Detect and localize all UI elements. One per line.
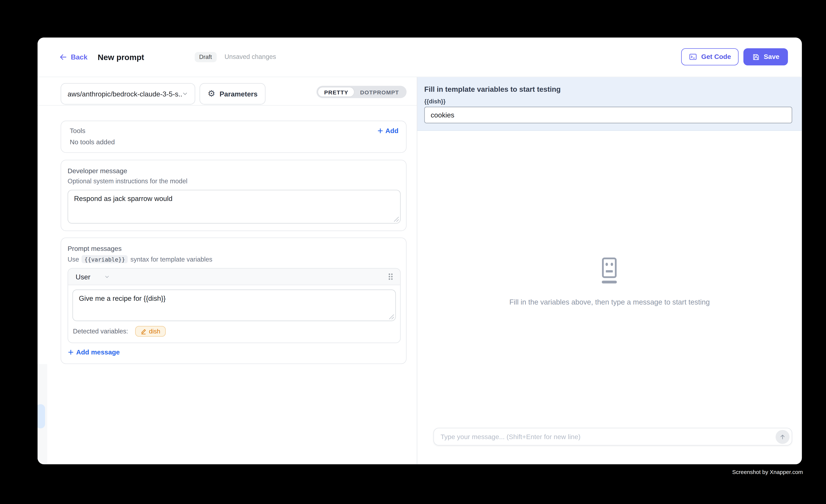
back-label: Back <box>71 53 87 61</box>
page-title: New prompt <box>98 52 144 62</box>
prompt-subtitle-prefix: Use <box>68 255 79 263</box>
variable-badge-label: dish <box>149 328 160 334</box>
template-variables-section: Fill in template variables to start test… <box>417 77 802 131</box>
add-tool-button[interactable]: Add <box>377 127 398 134</box>
gear-icon: ⚙ <box>208 89 215 98</box>
chat-input-bar <box>417 428 802 464</box>
parameters-label: Parameters <box>220 90 257 98</box>
tools-card: Tools Add No tools added <box>61 121 407 153</box>
plus-icon <box>377 128 383 134</box>
developer-message-textarea[interactable]: Respond as jack sparrow would <box>68 190 401 224</box>
variable-key-label: {{dish}} <box>424 98 792 104</box>
toggle-pretty[interactable]: PRETTY <box>318 87 354 97</box>
message-header: User <box>68 268 400 285</box>
chat-input-container <box>434 428 792 445</box>
chat-message-input[interactable] <box>440 433 776 440</box>
variable-badge-dish[interactable]: dish <box>135 326 166 337</box>
tools-title: Tools <box>70 127 85 134</box>
add-tool-label: Add <box>386 127 398 134</box>
prompt-messages-card: Prompt messages Use {{variable}} syntax … <box>61 238 407 364</box>
add-message-label: Add message <box>76 349 120 356</box>
send-button[interactable] <box>775 430 789 444</box>
chevron-down-icon <box>104 274 110 279</box>
variable-value-input[interactable] <box>424 106 792 123</box>
plus-icon <box>68 349 74 356</box>
role-selector[interactable]: User <box>76 273 110 281</box>
drag-handle-icon[interactable] <box>387 272 394 281</box>
model-selector-value: aws/anthropic/bedrock-claude-3-5-s... <box>68 90 182 98</box>
empty-state-text: Fill in the variables above, then type a… <box>509 298 710 306</box>
parameters-button[interactable]: ⚙ Parameters <box>199 83 266 105</box>
watermark: Screenshot by Xnapper.com <box>732 468 803 475</box>
app-header: Back New prompt Draft Unsaved changes Ge… <box>38 38 802 77</box>
add-message-button[interactable]: Add message <box>68 349 401 356</box>
prompt-tester-panel: Fill in template variables to start test… <box>417 77 802 464</box>
arrow-up-icon <box>779 433 786 440</box>
save-button[interactable]: Save <box>744 48 788 65</box>
chevron-down-icon <box>182 90 188 97</box>
header-actions: Get Code Save <box>682 48 788 65</box>
view-mode-toggle: PRETTY DOTPROMPT <box>317 86 407 98</box>
developer-message-title: Developer message <box>68 167 401 175</box>
save-icon <box>752 53 760 61</box>
developer-message-card: Developer message Optional system instru… <box>61 160 407 231</box>
left-strip-highlight <box>38 404 45 428</box>
unsaved-changes-note: Unsaved changes <box>225 53 276 61</box>
stage: Back New prompt Draft Unsaved changes Ge… <box>0 0 826 504</box>
back-button[interactable]: Back <box>59 53 87 61</box>
status-badge: Draft <box>194 52 217 62</box>
message-block: User G <box>68 268 401 343</box>
model-toolbar: aws/anthropic/bedrock-claude-3-5-s... ⚙ … <box>38 77 417 106</box>
toggle-dotprompt[interactable]: DOTPROMPT <box>354 87 405 97</box>
role-name: User <box>76 273 90 281</box>
arrow-left-icon <box>59 53 67 61</box>
detected-variables-row: Detected variables: dish <box>68 321 400 342</box>
get-code-button[interactable]: Get Code <box>682 48 739 65</box>
left-edge-strip <box>38 364 47 464</box>
prompt-subtitle-suffix: syntax for template variables <box>130 255 212 263</box>
model-selector[interactable]: aws/anthropic/bedrock-claude-3-5-s... <box>61 83 195 105</box>
detected-variables-label: Detected variables: <box>73 328 128 335</box>
prompt-messages-title: Prompt messages <box>68 245 401 253</box>
pencil-icon <box>140 328 146 334</box>
editor-cards: Tools Add No tools added Devel <box>38 121 417 364</box>
save-label: Save <box>764 53 779 61</box>
tools-empty-text: No tools added <box>70 138 398 146</box>
user-message-textarea[interactable]: Give me a recipe for {{dish}} <box>72 290 396 321</box>
developer-message-subtitle: Optional system instructions for the mod… <box>68 178 401 185</box>
app-body: aws/anthropic/bedrock-claude-3-5-s... ⚙ … <box>38 77 802 464</box>
get-code-label: Get Code <box>701 53 731 61</box>
variables-heading: Fill in template variables to start test… <box>424 85 792 93</box>
app-window: Back New prompt Draft Unsaved changes Ge… <box>38 38 802 464</box>
chat-empty-state: Fill in the variables above, then type a… <box>417 131 802 428</box>
terminal-icon <box>689 53 698 61</box>
variable-syntax-chip: {{variable}} <box>82 255 128 263</box>
prompt-editor-panel: aws/anthropic/bedrock-claude-3-5-s... ⚙ … <box>38 77 417 464</box>
robot-face-icon <box>599 257 620 286</box>
